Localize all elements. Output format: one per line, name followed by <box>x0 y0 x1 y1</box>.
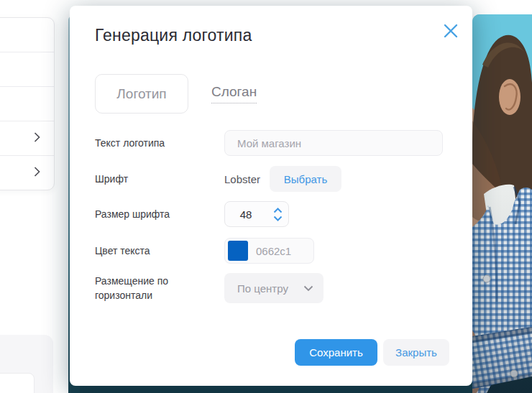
font-current-value: Lobster <box>224 173 270 185</box>
list-item <box>0 86 54 121</box>
font-size-stepper <box>224 201 289 227</box>
close-modal-button[interactable] <box>440 20 462 42</box>
page: Генерация логотипа Логотип Слоган Текст … <box>0 0 532 393</box>
list-item-expandable[interactable] <box>0 155 54 190</box>
font-size-label: Размер шрифта <box>95 207 224 221</box>
form-row-font-size: Размер шрифта <box>95 201 449 227</box>
form-row-font: Шрифт Lobster Выбрать <box>95 166 449 192</box>
stepper-arrows <box>267 208 288 221</box>
list-item <box>0 52 54 86</box>
logo-text-label: Текст логотипа <box>95 136 224 150</box>
logo-generation-modal: Генерация логотипа Логотип Слоган Текст … <box>70 6 472 386</box>
chevron-down-icon <box>273 216 283 221</box>
chevron-right-icon <box>34 166 40 180</box>
chevron-down-icon <box>303 285 313 292</box>
color-hex-value: 0662c1 <box>256 245 291 257</box>
choose-font-button[interactable]: Выбрать <box>270 166 341 192</box>
form-row-text-color: Цвет текста 0662c1 <box>95 238 449 264</box>
background-list-panel <box>0 17 55 190</box>
modal-footer: Сохранить Закрыть <box>70 339 449 366</box>
placement-dropdown[interactable]: По центру <box>224 273 324 303</box>
stepper-down-button[interactable] <box>273 216 283 221</box>
tab-logotype-label: Логотип <box>116 86 166 102</box>
tab-slogan[interactable]: Слоган <box>211 84 257 103</box>
tab-bar: Логотип Слоган <box>95 74 257 114</box>
logo-text-input[interactable] <box>224 130 443 156</box>
save-button[interactable]: Сохранить <box>295 339 377 366</box>
font-size-input[interactable] <box>225 208 267 221</box>
chevron-up-icon <box>273 208 283 213</box>
hero-photo-man <box>472 14 532 393</box>
stepper-up-button[interactable] <box>273 208 283 213</box>
tab-logotype[interactable]: Логотип <box>95 74 188 114</box>
form-row-placement: Размещение по горизонтали По центру <box>95 273 449 303</box>
list-item <box>0 18 54 52</box>
list-item-expandable[interactable] <box>0 121 54 155</box>
close-x-icon <box>442 22 459 40</box>
chevron-right-icon <box>34 131 40 145</box>
placement-label: Размещение по горизонтали <box>95 274 224 303</box>
placement-selected-value: По центру <box>237 282 303 295</box>
font-label: Шрифт <box>95 172 224 186</box>
tab-slogan-label: Слоган <box>211 84 257 99</box>
modal-title: Генерация логотипа <box>95 26 252 45</box>
color-swatch[interactable] <box>228 241 248 261</box>
text-color-picker[interactable]: 0662c1 <box>224 238 314 264</box>
form-row-logo-text: Текст логотипа <box>95 130 449 156</box>
text-color-label: Цвет текста <box>95 244 224 258</box>
background-card <box>0 373 35 393</box>
close-button[interactable]: Закрыть <box>383 339 449 366</box>
